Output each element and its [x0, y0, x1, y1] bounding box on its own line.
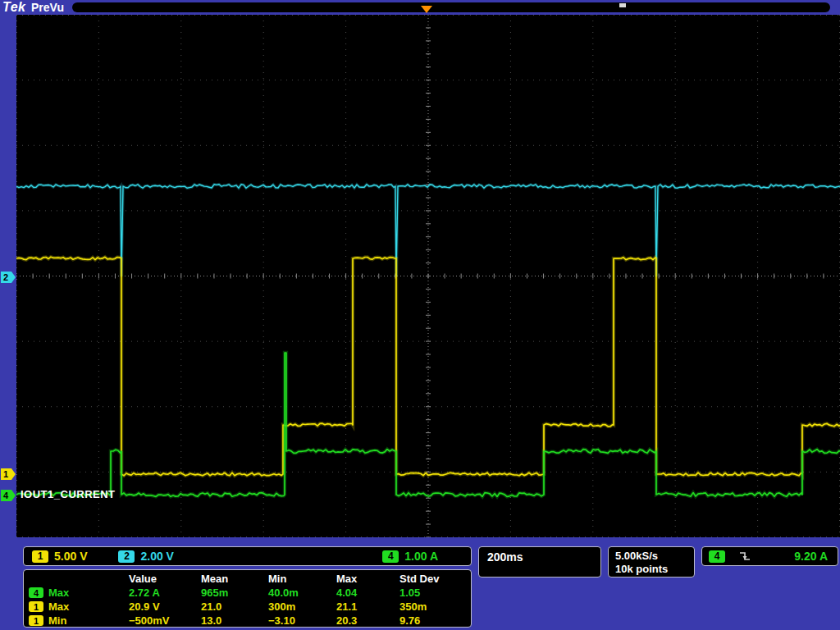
ch4-marker-label: 4 [3, 491, 8, 500]
trigger-source-badge: 4 [709, 550, 725, 563]
tek-logo: Tek [2, 0, 25, 15]
meas-header-min: Min [268, 573, 336, 586]
meas-header-mean: Mean [201, 573, 268, 586]
meas-cell: 2.72 A [129, 587, 201, 600]
meas-cell: 21.0 [201, 600, 268, 614]
ch2-scale: 2.00 V [140, 550, 173, 563]
ch1-scale: 5.00 V [54, 550, 87, 563]
meas-cell: 4.04 [336, 587, 399, 600]
meas-row-label: 1 Min [29, 614, 129, 628]
meas-header-stddev: Std Dev [399, 573, 471, 586]
meas-cell: 9.76 [399, 614, 471, 628]
meas-cell: 300m [268, 600, 336, 614]
acquisition-readout: 5.00kS/s 10k points [608, 546, 695, 578]
ch2-reference-marker: 2 [1, 272, 16, 283]
ch1-readout[interactable]: 1 5.00 V [32, 550, 87, 563]
waveform-annotation: IOUT1_CURRENT [21, 488, 116, 500]
record-length: 10k points [615, 563, 668, 576]
measurement-row: 4 Max 2.72 A 965m 40.0m 4.04 1.05 [29, 586, 471, 600]
meas-cell: −3.10 [268, 614, 336, 628]
ch1-reference-marker: 1 [1, 468, 16, 480]
ch4-reference-marker: 4 [1, 490, 16, 501]
measurement-table: Value Mean Min Max Std Dev 4 Max 2.72 A … [23, 569, 472, 628]
trigger-readout[interactable]: 4 9.20 A [701, 546, 838, 566]
ch2-readout[interactable]: 2 2.00 V [118, 550, 173, 563]
acquisition-mode-label: PreVu [31, 1, 64, 14]
meas-ch-badge: 4 [29, 587, 43, 598]
trigger-slope-icon [738, 550, 751, 563]
meas-cell: 1.05 [399, 587, 471, 600]
meas-header-max: Max [336, 573, 399, 586]
meas-row-label: 4 Max [29, 587, 129, 600]
meas-ch-badge: 1 [29, 615, 43, 626]
meas-cell: −500mV [129, 614, 201, 628]
meas-cell: 350m [399, 600, 471, 614]
measurement-row: 1 Max 20.9 V 21.0 300m 21.1 350m [29, 600, 471, 614]
ch1-badge: 1 [32, 550, 48, 563]
ch1-marker-label: 1 [3, 469, 8, 479]
ch4-readout[interactable]: 4 1.00 A [382, 550, 438, 563]
ch4-scale: 1.00 A [404, 550, 438, 563]
timebase-value: 200ms [487, 550, 523, 564]
measurement-row: 1 Min −500mV 13.0 −3.10 20.3 9.76 [29, 614, 471, 628]
meas-cell: 20.3 [336, 614, 399, 628]
meas-type: Max [48, 600, 69, 614]
graticule: IOUT1_CURRENT [16, 15, 840, 537]
trigger-level: 9.20 A [794, 550, 828, 563]
meas-cell: 965m [201, 587, 268, 600]
meas-cell: 13.0 [201, 614, 268, 628]
ch4-badge: 4 [382, 550, 399, 563]
meas-cell: 20.9 V [129, 600, 201, 614]
channel-readout-bar: 1 5.00 V 2 2.00 V 4 1.00 A [23, 546, 472, 566]
timebase-readout[interactable]: 200ms [478, 546, 601, 578]
meas-ch-badge: 1 [29, 601, 43, 612]
meas-type: Min [48, 614, 66, 628]
ch2-badge: 2 [118, 550, 135, 563]
sample-rate: 5.00kS/s [615, 550, 658, 563]
meas-cell: 40.0m [268, 587, 336, 600]
meas-cell: 21.1 [336, 600, 399, 614]
meas-type: Max [48, 587, 69, 600]
record-view-bar [72, 2, 830, 12]
waveform-display [16, 15, 840, 537]
record-view-marker [619, 3, 626, 7]
meas-header-value: Value [129, 573, 201, 586]
oscilloscope-screen: Tek PreVu IOUT1_CURRENT 2 1 4 1 5.00 V 2… [0, 0, 840, 630]
trigger-position-marker [421, 6, 432, 13]
ch2-marker-label: 2 [3, 272, 8, 282]
meas-row-label: 1 Max [29, 600, 129, 614]
measurement-header-row: Value Mean Min Max Std Dev [29, 572, 471, 586]
